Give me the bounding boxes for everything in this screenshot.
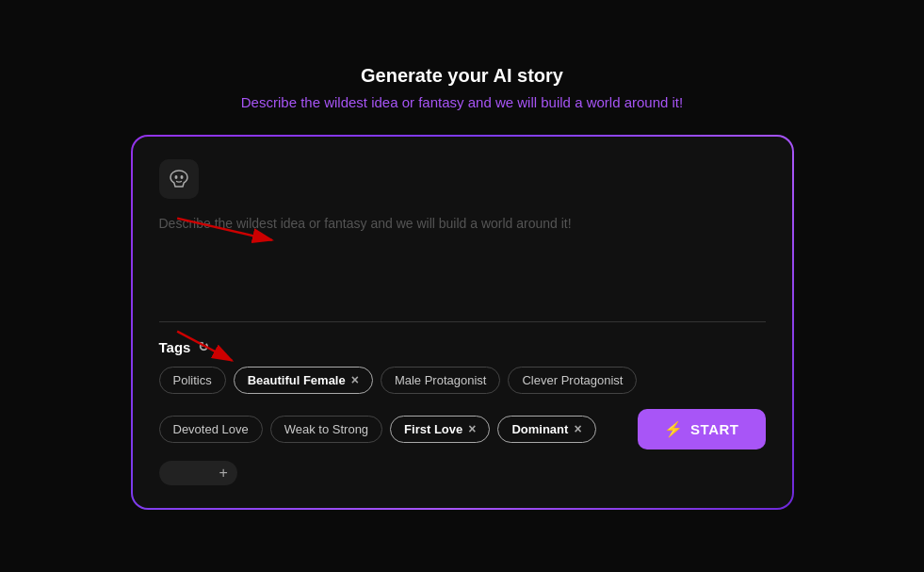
tags-bottom-row: Devoted Love Weak to Strong First Love ×…	[159, 409, 766, 449]
tag-dominant-close[interactable]: ×	[574, 422, 581, 435]
tag-beautiful-female[interactable]: Beautiful Female ×	[234, 367, 373, 394]
tag-weak-to-strong[interactable]: Weak to Strong	[270, 416, 382, 443]
tag-male-protagonist[interactable]: Male Protagonist	[381, 367, 501, 394]
page-subtitle: Describe the wildest idea or fantasy and…	[241, 94, 683, 110]
tag-beautiful-female-close[interactable]: ×	[351, 373, 359, 386]
tag-politics[interactable]: Politics	[159, 367, 226, 394]
tags-row-3: +	[159, 461, 766, 485]
tag-clever-protagonist[interactable]: Clever Protagonist	[508, 367, 637, 394]
svg-point-1	[180, 175, 183, 179]
tag-input[interactable]	[169, 466, 216, 480]
start-button[interactable]: ⚡ START	[638, 409, 766, 449]
tag-first-love-close[interactable]: ×	[468, 422, 476, 435]
add-icon: +	[219, 465, 228, 482]
story-input[interactable]	[159, 214, 766, 318]
svg-point-0	[174, 175, 177, 179]
tag-first-love[interactable]: First Love ×	[390, 416, 490, 443]
story-card: Tags ↻ Politics Beautiful Female × Male …	[133, 137, 792, 508]
card-icon	[159, 159, 199, 199]
tags-header: Tags ↻	[159, 339, 766, 355]
tags-section: Tags ↻ Politics Beautiful Female × Male …	[159, 339, 766, 485]
page-title: Generate your AI story	[361, 65, 563, 87]
add-tag-button[interactable]: +	[159, 461, 237, 485]
tag-devoted-love[interactable]: Devoted Love	[159, 416, 263, 443]
tags-row-1: Politics Beautiful Female × Male Protago…	[159, 367, 766, 394]
start-icon: ⚡	[664, 420, 684, 438]
tags-label: Tags	[159, 339, 191, 355]
tags-row-2: Devoted Love Weak to Strong First Love ×…	[159, 416, 596, 443]
card-body: Tags ↻ Politics Beautiful Female × Male …	[133, 137, 792, 508]
start-label: START	[690, 421, 738, 437]
refresh-icon[interactable]: ↻	[198, 339, 209, 354]
mask-icon	[168, 168, 190, 190]
divider	[159, 321, 766, 322]
tag-dominant[interactable]: Dominant ×	[497, 416, 595, 443]
